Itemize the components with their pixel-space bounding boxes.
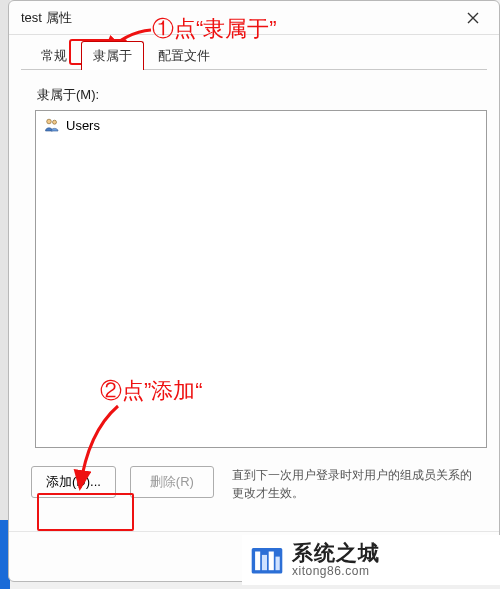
watermark-logo-icon — [250, 543, 284, 577]
svg-rect-6 — [276, 557, 280, 571]
watermark-url: xitong86.com — [292, 565, 380, 579]
list-item[interactable]: Users — [40, 115, 482, 135]
list-item-label: Users — [66, 118, 100, 133]
dialog-title: test 属性 — [21, 9, 451, 27]
memberof-panel: 隶属于(M): Users 添加(D)... 删除(R) 直到下一次用户登录时对… — [9, 70, 499, 514]
watermark: 系统之城 xitong86.com — [242, 535, 500, 585]
group-icon — [44, 117, 60, 133]
svg-point-0 — [47, 119, 52, 124]
tab-general[interactable]: 常规 — [29, 41, 79, 70]
remove-button: 删除(R) — [130, 466, 214, 498]
properties-dialog: test 属性 常规 隶属于 配置文件 隶属于(M): Users — [8, 0, 500, 582]
titlebar: test 属性 — [9, 1, 499, 35]
memberof-label: 隶属于(M): — [37, 86, 477, 104]
svg-rect-4 — [262, 555, 267, 570]
close-icon — [467, 12, 479, 24]
tab-strip: 常规 隶属于 配置文件 — [9, 35, 499, 70]
svg-point-1 — [53, 120, 57, 124]
buttons-row: 添加(D)... 删除(R) 直到下一次用户登录时对用户的组成员关系的更改才生效… — [31, 466, 477, 502]
close-button[interactable] — [451, 3, 495, 33]
add-button[interactable]: 添加(D)... — [31, 466, 116, 498]
tab-profile[interactable]: 配置文件 — [146, 41, 222, 70]
svg-rect-5 — [269, 552, 274, 571]
membership-note: 直到下一次用户登录时对用户的组成员关系的更改才生效。 — [232, 466, 477, 502]
watermark-brand: 系统之城 — [292, 541, 380, 565]
tab-memberof[interactable]: 隶属于 — [81, 41, 144, 70]
membership-listbox[interactable]: Users — [35, 110, 487, 448]
svg-rect-3 — [255, 552, 260, 571]
